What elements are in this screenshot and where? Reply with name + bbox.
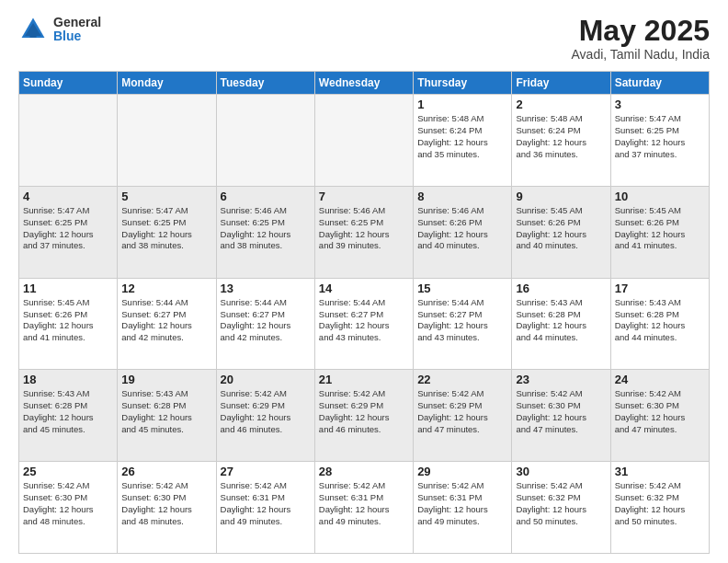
logo-text: General Blue — [53, 16, 101, 44]
calendar-cell: 16Sunrise: 5:43 AM Sunset: 6:28 PM Dayli… — [512, 278, 610, 370]
day-number: 15 — [417, 282, 507, 295]
calendar-cell: 27Sunrise: 5:42 AM Sunset: 6:31 PM Dayli… — [216, 462, 314, 554]
calendar-cell: 14Sunrise: 5:44 AM Sunset: 6:27 PM Dayli… — [314, 278, 413, 370]
day-number: 12 — [121, 282, 211, 295]
calendar-cell: 19Sunrise: 5:43 AM Sunset: 6:28 PM Dayli… — [118, 370, 216, 462]
logo-general-text: General — [53, 16, 101, 29]
day-number: 13 — [221, 282, 311, 295]
calendar-cell: 23Sunrise: 5:42 AM Sunset: 6:30 PM Dayli… — [512, 370, 610, 462]
calendar-cell: 5Sunrise: 5:47 AM Sunset: 6:25 PM Daylig… — [118, 186, 216, 278]
calendar-cell: 29Sunrise: 5:42 AM Sunset: 6:31 PM Dayli… — [414, 462, 512, 554]
calendar-cell — [216, 95, 314, 187]
col-monday: Monday — [118, 72, 216, 95]
day-info: Sunrise: 5:45 AM Sunset: 6:26 PM Dayligh… — [516, 205, 606, 252]
calendar-cell: 21Sunrise: 5:42 AM Sunset: 6:29 PM Dayli… — [314, 370, 413, 462]
day-number: 26 — [121, 465, 211, 478]
calendar-cell — [314, 95, 413, 187]
day-info: Sunrise: 5:42 AM Sunset: 6:29 PM Dayligh… — [319, 388, 409, 435]
day-number: 17 — [615, 282, 705, 295]
calendar-cell — [19, 95, 118, 187]
calendar-cell — [118, 95, 216, 187]
day-info: Sunrise: 5:44 AM Sunset: 6:27 PM Dayligh… — [417, 297, 507, 344]
calendar-cell: 26Sunrise: 5:42 AM Sunset: 6:30 PM Dayli… — [118, 462, 216, 554]
calendar-cell: 7Sunrise: 5:46 AM Sunset: 6:25 PM Daylig… — [314, 186, 413, 278]
month-title: May 2025 — [572, 15, 710, 47]
calendar-cell: 3Sunrise: 5:47 AM Sunset: 6:25 PM Daylig… — [610, 95, 709, 187]
calendar-cell: 2Sunrise: 5:48 AM Sunset: 6:24 PM Daylig… — [512, 95, 610, 187]
day-info: Sunrise: 5:47 AM Sunset: 6:25 PM Dayligh… — [615, 113, 705, 160]
day-info: Sunrise: 5:45 AM Sunset: 6:26 PM Dayligh… — [615, 205, 705, 252]
logo-blue-text: Blue — [53, 29, 101, 43]
calendar-cell: 18Sunrise: 5:43 AM Sunset: 6:28 PM Dayli… — [19, 370, 118, 462]
calendar-cell: 4Sunrise: 5:47 AM Sunset: 6:25 PM Daylig… — [19, 186, 118, 278]
day-info: Sunrise: 5:42 AM Sunset: 6:31 PM Dayligh… — [417, 480, 507, 527]
calendar-week-row: 4Sunrise: 5:47 AM Sunset: 6:25 PM Daylig… — [19, 186, 710, 278]
day-number: 19 — [121, 373, 211, 386]
day-number: 6 — [221, 190, 311, 203]
day-number: 18 — [23, 373, 113, 386]
col-saturday: Saturday — [610, 72, 709, 95]
svg-rect-2 — [29, 31, 36, 38]
day-number: 22 — [417, 373, 507, 386]
calendar-cell: 30Sunrise: 5:42 AM Sunset: 6:32 PM Dayli… — [512, 462, 610, 554]
calendar-cell: 13Sunrise: 5:44 AM Sunset: 6:27 PM Dayli… — [216, 278, 314, 370]
day-info: Sunrise: 5:44 AM Sunset: 6:27 PM Dayligh… — [319, 297, 409, 344]
day-info: Sunrise: 5:43 AM Sunset: 6:28 PM Dayligh… — [121, 388, 211, 435]
location: Avadi, Tamil Nadu, India — [572, 47, 710, 62]
calendar-cell: 22Sunrise: 5:42 AM Sunset: 6:29 PM Dayli… — [414, 370, 512, 462]
day-info: Sunrise: 5:42 AM Sunset: 6:31 PM Dayligh… — [319, 480, 409, 527]
page: General Blue May 2025 Avadi, Tamil Nadu,… — [0, 0, 728, 563]
day-info: Sunrise: 5:43 AM Sunset: 6:28 PM Dayligh… — [516, 297, 606, 344]
calendar-week-row: 11Sunrise: 5:45 AM Sunset: 6:26 PM Dayli… — [19, 278, 710, 370]
calendar-cell: 20Sunrise: 5:42 AM Sunset: 6:29 PM Dayli… — [216, 370, 314, 462]
day-info: Sunrise: 5:43 AM Sunset: 6:28 PM Dayligh… — [615, 297, 705, 344]
day-info: Sunrise: 5:44 AM Sunset: 6:27 PM Dayligh… — [121, 297, 211, 344]
day-number: 16 — [516, 282, 606, 295]
day-info: Sunrise: 5:48 AM Sunset: 6:24 PM Dayligh… — [417, 113, 507, 160]
day-info: Sunrise: 5:42 AM Sunset: 6:32 PM Dayligh… — [516, 480, 606, 527]
calendar-cell: 15Sunrise: 5:44 AM Sunset: 6:27 PM Dayli… — [414, 278, 512, 370]
header: General Blue May 2025 Avadi, Tamil Nadu,… — [18, 15, 710, 62]
day-info: Sunrise: 5:42 AM Sunset: 6:30 PM Dayligh… — [516, 388, 606, 435]
day-number: 3 — [615, 98, 705, 111]
day-info: Sunrise: 5:43 AM Sunset: 6:28 PM Dayligh… — [23, 388, 113, 435]
day-number: 4 — [23, 190, 113, 203]
day-number: 21 — [319, 373, 409, 386]
day-number: 7 — [319, 190, 409, 203]
day-info: Sunrise: 5:42 AM Sunset: 6:30 PM Dayligh… — [23, 480, 113, 527]
day-info: Sunrise: 5:42 AM Sunset: 6:31 PM Dayligh… — [221, 480, 311, 527]
day-number: 20 — [221, 373, 311, 386]
day-number: 9 — [516, 190, 606, 203]
calendar-cell: 11Sunrise: 5:45 AM Sunset: 6:26 PM Dayli… — [19, 278, 118, 370]
day-number: 30 — [516, 465, 606, 478]
calendar-week-row: 1Sunrise: 5:48 AM Sunset: 6:24 PM Daylig… — [19, 95, 710, 187]
day-number: 5 — [121, 190, 211, 203]
day-info: Sunrise: 5:46 AM Sunset: 6:25 PM Dayligh… — [319, 205, 409, 252]
calendar-cell: 9Sunrise: 5:45 AM Sunset: 6:26 PM Daylig… — [512, 186, 610, 278]
col-friday: Friday — [512, 72, 610, 95]
day-info: Sunrise: 5:47 AM Sunset: 6:25 PM Dayligh… — [121, 205, 211, 252]
day-info: Sunrise: 5:48 AM Sunset: 6:24 PM Dayligh… — [516, 113, 606, 160]
col-tuesday: Tuesday — [216, 72, 314, 95]
col-thursday: Thursday — [414, 72, 512, 95]
title-block: May 2025 Avadi, Tamil Nadu, India — [572, 15, 710, 62]
day-number: 23 — [516, 373, 606, 386]
day-info: Sunrise: 5:44 AM Sunset: 6:27 PM Dayligh… — [221, 297, 311, 344]
day-info: Sunrise: 5:42 AM Sunset: 6:30 PM Dayligh… — [615, 388, 705, 435]
day-number: 27 — [221, 465, 311, 478]
calendar-table: Sunday Monday Tuesday Wednesday Thursday… — [18, 71, 710, 554]
day-number: 14 — [319, 282, 409, 295]
col-wednesday: Wednesday — [314, 72, 413, 95]
day-number: 28 — [319, 465, 409, 478]
day-info: Sunrise: 5:47 AM Sunset: 6:25 PM Dayligh… — [23, 205, 113, 252]
calendar-cell: 10Sunrise: 5:45 AM Sunset: 6:26 PM Dayli… — [610, 186, 709, 278]
day-info: Sunrise: 5:42 AM Sunset: 6:30 PM Dayligh… — [121, 480, 211, 527]
day-number: 25 — [23, 465, 113, 478]
calendar-cell: 25Sunrise: 5:42 AM Sunset: 6:30 PM Dayli… — [19, 462, 118, 554]
calendar-cell: 8Sunrise: 5:46 AM Sunset: 6:26 PM Daylig… — [414, 186, 512, 278]
day-number: 8 — [417, 190, 507, 203]
day-number: 29 — [417, 465, 507, 478]
day-number: 24 — [615, 373, 705, 386]
day-number: 2 — [516, 98, 606, 111]
day-number: 10 — [615, 190, 705, 203]
